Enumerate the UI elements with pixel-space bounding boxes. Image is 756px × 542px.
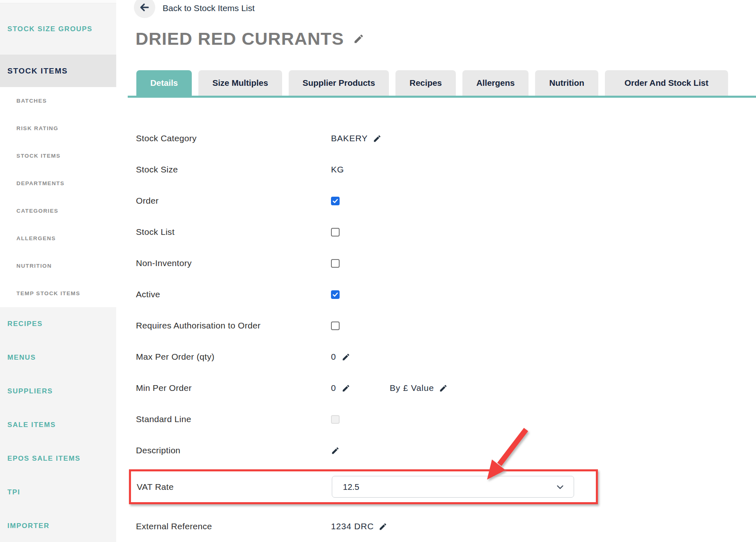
sidebar-item-sale-items[interactable]: SALE ITEMS	[0, 408, 116, 442]
field-label: Description	[136, 446, 331, 455]
sidebar-item-label: DEPARTMENTS	[16, 180, 64, 186]
sidebar-item-label: EPOS SALE ITEMS	[7, 455, 80, 463]
tab-label: Order And Stock List	[625, 78, 708, 88]
field-row-requires-authorisation: Requires Authorisation to Order	[136, 310, 735, 341]
field-row-stock-list: Stock List	[136, 216, 735, 248]
sidebar-item-stock-size-groups[interactable]: STOCK SIZE GROUPS	[0, 3, 116, 55]
edit-by-value-button[interactable]	[439, 384, 448, 393]
edit-min-per-order-button[interactable]	[342, 384, 350, 393]
sidebar-item-menus[interactable]: MENUS	[0, 341, 116, 374]
back-button[interactable]	[134, 0, 155, 18]
sidebar-item-stock-items-sub[interactable]: STOCK ITEMS	[0, 142, 116, 170]
sidebar-item-risk-rating[interactable]: RISK RATING	[0, 115, 116, 142]
tab-allergens[interactable]: Allergens	[462, 70, 529, 96]
tab-label: Nutrition	[549, 78, 584, 88]
sidebar-item-label: NUTRITION	[16, 263, 52, 269]
sidebar-item-allergens[interactable]: ALLERGENS	[0, 225, 116, 252]
field-label: Min Per Order	[136, 383, 331, 393]
edit-title-button[interactable]	[353, 33, 364, 44]
tab-label: Size Multiples	[212, 78, 268, 88]
sidebar-item-importer[interactable]: IMPORTER	[0, 509, 116, 542]
field-row-max-per-order: Max Per Order (qty) 0	[136, 341, 735, 372]
sidebar-item-label: ALLERGENS	[16, 235, 56, 241]
field-label: Stock List	[136, 227, 331, 237]
field-row-stock-size: Stock Size KG	[136, 154, 735, 185]
field-row-active: Active	[136, 279, 735, 310]
back-link-label[interactable]: Back to Stock Items List	[163, 3, 255, 13]
stock-size-value: KG	[331, 165, 344, 175]
tab-label: Allergens	[476, 78, 515, 88]
by-value-label: By £ Value	[390, 383, 434, 393]
edit-external-reference-button[interactable]	[379, 522, 387, 531]
stock-list-checkbox[interactable]	[331, 228, 340, 237]
main-content: Back to Stock Items List DRIED RED CURRA…	[116, 0, 756, 542]
chevron-down-icon	[556, 482, 565, 491]
field-row-description: Description	[136, 435, 735, 466]
field-label: VAT Rate	[131, 482, 332, 492]
sidebar-item-tpi[interactable]: TPI	[0, 475, 116, 509]
active-checkbox[interactable]	[331, 290, 340, 299]
stock-item-details-page: STOCK SIZE GROUPS STOCK ITEMS BATCHES RI…	[0, 0, 756, 542]
field-label: Order	[136, 196, 331, 206]
tab-order-and-stock-list[interactable]: Order And Stock List	[605, 70, 728, 96]
sidebar-top-strip	[0, 0, 116, 3]
edit-stock-category-button[interactable]	[373, 134, 381, 143]
page-title-row: DRIED RED CURRANTS	[136, 29, 364, 49]
external-reference-value: 1234 DRC	[331, 521, 374, 531]
edit-description-button[interactable]	[331, 446, 340, 455]
vat-rate-highlight-box: VAT Rate 12.5	[129, 469, 598, 504]
field-label: External Reference	[136, 521, 331, 531]
field-label: Standard Line	[136, 414, 331, 424]
sidebar-item-recipes[interactable]: RECIPES	[0, 307, 116, 341]
sidebar-item-batches[interactable]: BATCHES	[0, 87, 116, 115]
vat-rate-select[interactable]: 12.5	[332, 476, 574, 498]
tab-label: Details	[150, 78, 178, 88]
sidebar-item-label: IMPORTER	[7, 522, 50, 530]
sidebar-item-label: RECIPES	[7, 320, 43, 328]
sidebar-item-label: STOCK SIZE GROUPS	[7, 25, 92, 33]
details-form: Stock Category BAKERY Stock Size KG Orde…	[136, 123, 735, 542]
field-row-standard-line: Standard Line	[136, 404, 735, 435]
sidebar: STOCK SIZE GROUPS STOCK ITEMS BATCHES RI…	[0, 0, 116, 542]
sidebar-item-epos-sale-items[interactable]: EPOS SALE ITEMS	[0, 442, 116, 475]
sidebar-item-label: TPI	[7, 488, 20, 496]
sidebar-item-departments[interactable]: DEPARTMENTS	[0, 170, 116, 197]
field-row-stock-category: Stock Category BAKERY	[136, 123, 735, 154]
vat-rate-selected-value: 12.5	[343, 482, 359, 492]
min-per-order-value: 0	[331, 383, 337, 393]
tab-supplier-products[interactable]: Supplier Products	[289, 70, 389, 96]
field-label: Stock Category	[136, 133, 331, 143]
sidebar-item-label: STOCK ITEMS	[7, 67, 68, 76]
standard-line-checkbox	[331, 415, 340, 424]
sidebar-item-label: BATCHES	[16, 98, 47, 104]
back-arrow-icon	[139, 2, 150, 13]
order-checkbox[interactable]	[331, 197, 340, 205]
non-inventory-checkbox[interactable]	[331, 259, 340, 268]
sidebar-item-label: STOCK ITEMS	[16, 153, 60, 159]
field-row-min-per-order: Min Per Order 0 By £ Value	[136, 372, 735, 404]
tab-details[interactable]: Details	[136, 70, 192, 96]
field-label: Stock Size	[136, 165, 331, 175]
field-row-external-reference: External Reference 1234 DRC	[136, 511, 735, 542]
sidebar-item-label: MENUS	[7, 354, 36, 362]
sidebar-item-label: TEMP STOCK ITEMS	[16, 290, 80, 296]
sidebar-item-label: SUPPLIERS	[7, 387, 53, 395]
field-label: Requires Authorisation to Order	[136, 321, 331, 331]
tab-underline	[128, 96, 756, 98]
sidebar-item-nutrition[interactable]: NUTRITION	[0, 252, 116, 280]
sidebar-item-label: SALE ITEMS	[7, 421, 56, 429]
sidebar-item-temp-stock-items[interactable]: TEMP STOCK ITEMS	[0, 280, 116, 307]
tab-size-multiples[interactable]: Size Multiples	[198, 70, 282, 96]
sidebar-item-categories[interactable]: CATEGORIES	[0, 197, 116, 225]
tab-nutrition[interactable]: Nutrition	[535, 70, 598, 96]
field-row-order: Order	[136, 185, 735, 216]
edit-max-per-order-button[interactable]	[342, 353, 350, 361]
field-label: Max Per Order (qty)	[136, 352, 331, 362]
requires-authorisation-checkbox[interactable]	[331, 322, 340, 330]
tab-label: Recipes	[409, 78, 442, 88]
sidebar-item-stock-items[interactable]: STOCK ITEMS	[0, 55, 116, 87]
stock-category-value: BAKERY	[331, 133, 368, 143]
sidebar-item-suppliers[interactable]: SUPPLIERS	[0, 374, 116, 408]
tab-recipes[interactable]: Recipes	[395, 70, 456, 96]
page-title: DRIED RED CURRANTS	[136, 29, 344, 49]
